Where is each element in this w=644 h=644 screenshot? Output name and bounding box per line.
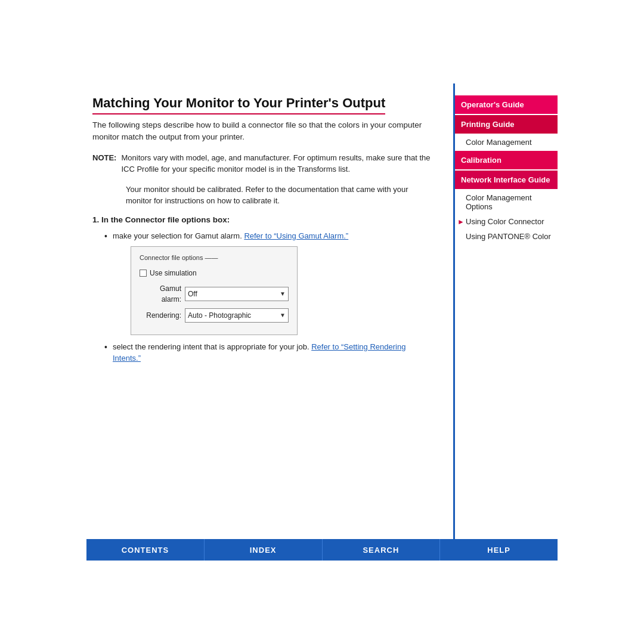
sidebar-item-printing-guide[interactable]: Printing Guide bbox=[455, 115, 558, 134]
gamut-alarm-value: Off bbox=[188, 289, 197, 299]
gamut-alarm-select[interactable]: Off ▼ bbox=[185, 287, 289, 301]
note-block: NOTE: Monitors vary with model, age, and… bbox=[92, 152, 435, 175]
use-simulation-row: Use simulation bbox=[140, 268, 289, 278]
use-simulation-checkbox[interactable] bbox=[140, 270, 147, 277]
gamut-alarm-label: Gamut alarm: bbox=[140, 283, 181, 305]
rendering-row: Rendering: Auto - Photographic ▼ bbox=[140, 308, 289, 323]
page-title: Matching Your Monitor to Your Printer's … bbox=[92, 95, 385, 114]
step-number: 1. bbox=[92, 215, 99, 224]
intro-text: The following steps describe how to buil… bbox=[92, 119, 435, 144]
nav-help[interactable]: Help bbox=[440, 539, 558, 561]
step-text: In the Connector file options box: bbox=[101, 215, 230, 224]
sidebar-item-operators-guide[interactable]: Operator's Guide bbox=[455, 95, 558, 114]
sidebar-label-printing-guide: Printing Guide bbox=[461, 120, 515, 129]
nav-search-label: Search bbox=[363, 546, 399, 555]
note-text: Monitors vary with model, age, and manuf… bbox=[121, 152, 435, 175]
sidebar-label-color-management-options: Color Management Options bbox=[466, 193, 532, 211]
bullet-list: make your selection for Gamut alarm. Ref… bbox=[92, 230, 435, 364]
list-item-1: make your selection for Gamut alarm. Ref… bbox=[104, 230, 435, 335]
sidebar-label-color-management: Color Management bbox=[466, 138, 532, 147]
list-item-2: select the rendering intent that is appr… bbox=[104, 341, 435, 364]
sidebar-label-operators-guide: Operator's Guide bbox=[461, 100, 524, 109]
note-label: NOTE: bbox=[92, 152, 116, 175]
connector-file-options-box: Connector file options —— Use simulation… bbox=[131, 246, 298, 335]
gamut-alarm-row: Gamut alarm: Off ▼ bbox=[140, 283, 289, 305]
step-header: 1. In the Connector file options box: bbox=[92, 215, 435, 224]
nav-help-label: Help bbox=[487, 546, 510, 555]
bullet1-pre-text: make your selection for Gamut alarm. bbox=[113, 231, 242, 240]
nav-contents-label: Contents bbox=[122, 546, 169, 555]
sidebar-item-color-management-options[interactable]: Color Management Options bbox=[455, 190, 558, 214]
connector-box-title: Connector file options —— bbox=[140, 253, 289, 263]
bottom-nav: Contents Index Search Help bbox=[86, 539, 558, 561]
page-wrapper: Matching Your Monitor to Your Printer's … bbox=[0, 0, 644, 644]
bullet2-pre-text: select the rendering intent that is appr… bbox=[113, 342, 309, 351]
sidebar-label-network-interface: Network Interface Guide bbox=[461, 175, 550, 184]
use-simulation-label: Use simulation bbox=[150, 268, 197, 278]
nav-index[interactable]: Index bbox=[205, 539, 323, 561]
sidebar-item-calibration[interactable]: Calibration bbox=[455, 151, 558, 169]
rendering-select[interactable]: Auto - Photographic ▼ bbox=[185, 308, 289, 323]
right-sidebar: Operator's Guide Printing Guide Color Ma… bbox=[453, 83, 558, 539]
sidebar-item-color-management[interactable]: Color Management bbox=[455, 135, 558, 150]
main-content-area: Matching Your Monitor to Your Printer's … bbox=[86, 83, 558, 539]
document-container: Matching Your Monitor to Your Printer's … bbox=[86, 83, 558, 561]
sidebar-label-calibration: Calibration bbox=[461, 156, 501, 165]
nav-index-label: Index bbox=[250, 546, 277, 555]
calibrate-note: Your monitor should be calibrated. Refer… bbox=[126, 184, 435, 207]
sidebar-label-using-pantone: Using PANTONE® Color bbox=[466, 232, 551, 241]
sidebar-item-network-interface[interactable]: Network Interface Guide bbox=[455, 171, 558, 189]
sidebar-item-using-pantone[interactable]: Using PANTONE® Color bbox=[455, 229, 558, 244]
rendering-label: Rendering: bbox=[140, 310, 181, 321]
gamut-alarm-link[interactable]: Refer to “Using Gamut Alarm.” bbox=[244, 231, 348, 240]
rendering-value: Auto - Photographic bbox=[188, 310, 251, 321]
main-content: Matching Your Monitor to Your Printer's … bbox=[86, 83, 453, 539]
sidebar-label-using-color-connector: Using Color Connector bbox=[466, 217, 544, 226]
nav-search[interactable]: Search bbox=[323, 539, 441, 561]
rendering-arrow-icon: ▼ bbox=[280, 311, 286, 320]
nav-contents[interactable]: Contents bbox=[86, 539, 205, 561]
connector-box-title-text: Connector file options bbox=[140, 254, 203, 261]
gamut-arrow-icon: ▼ bbox=[280, 289, 286, 298]
active-arrow-icon: ► bbox=[457, 218, 465, 226]
sidebar-item-using-color-connector[interactable]: ► Using Color Connector bbox=[455, 214, 558, 229]
